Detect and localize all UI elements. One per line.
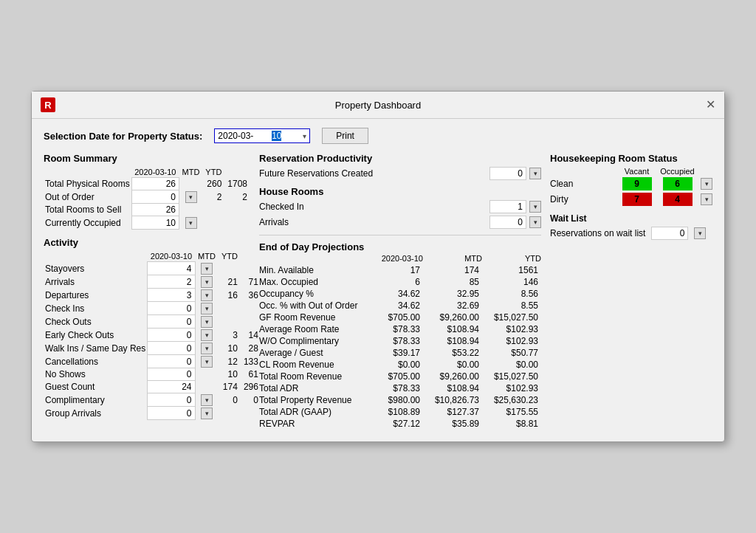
hk-row: Dirty 7 4 ▾ bbox=[550, 193, 712, 206]
proj-label: Total ADR (GAAP) bbox=[259, 407, 364, 417]
rs-dropdown[interactable]: ▾ bbox=[179, 190, 203, 204]
proj-row: Average Room Rate $78.33 $108.94 $102.93 bbox=[259, 323, 541, 335]
proj-row: Occ. % with Out of Order 34.62 32.69 8.5… bbox=[259, 300, 541, 312]
hk-occupied-cell: 4 bbox=[657, 193, 698, 206]
act-dropdown[interactable]: ▾ bbox=[195, 262, 219, 275]
act-dropdown[interactable]: ▾ bbox=[195, 342, 219, 355]
act-dd-btn[interactable]: ▾ bbox=[201, 289, 213, 301]
act-dd-btn[interactable]: ▾ bbox=[201, 329, 213, 341]
proj-mtd-val: 174 bbox=[423, 265, 482, 275]
act-mtd-val: 10 bbox=[219, 342, 241, 355]
act-dd-btn[interactable]: ▾ bbox=[201, 276, 213, 288]
waitlist-section: Wait List Reservations on wait list 0 ▾ bbox=[550, 213, 712, 240]
proj-row: Total Property Revenue $980.00 $10,826.7… bbox=[259, 394, 541, 406]
act-ytd-val bbox=[241, 262, 261, 275]
act-dd-btn[interactable]: ▾ bbox=[201, 303, 213, 314]
house-dd-btn[interactable]: ▾ bbox=[529, 216, 541, 228]
proj-day-val: $980.00 bbox=[364, 395, 423, 405]
act-dropdown[interactable]: ▾ bbox=[195, 393, 219, 407]
act-dd-btn[interactable]: ▾ bbox=[201, 316, 213, 328]
rs-day-val: 10 bbox=[131, 216, 179, 230]
hk-vacant-cell: 9 bbox=[616, 177, 657, 190]
act-dropdown[interactable]: ▾ bbox=[195, 407, 219, 420]
act-dropdown[interactable]: ▾ bbox=[195, 275, 219, 289]
proj-ytd-val: $15,027.50 bbox=[482, 312, 541, 323]
room-summary-body: Total Physical Rooms 26 260 1708 Out of … bbox=[44, 178, 250, 230]
end-of-day-title: End of Day Projections bbox=[259, 241, 541, 252]
act-ytd-col-header: YTD bbox=[219, 251, 241, 262]
house-value: 0 bbox=[489, 216, 526, 229]
end-of-day-section: End of Day Projections 2020-03-10 MTD YT… bbox=[259, 241, 541, 430]
date-input[interactable]: 2020-03-10 ▾ bbox=[214, 128, 310, 143]
proj-mtd-val: $108.94 bbox=[423, 383, 482, 393]
act-dropdown[interactable]: ▾ bbox=[195, 289, 219, 302]
proj-ytd-val: $8.81 bbox=[482, 419, 541, 429]
date-text: 2020-03- bbox=[218, 131, 253, 141]
act-mtd-val: 12 bbox=[219, 355, 241, 368]
house-dd-btn[interactable]: ▾ bbox=[529, 201, 541, 213]
rs-dd-btn[interactable]: ▾ bbox=[185, 217, 197, 229]
proj-ytd-val: 1561 bbox=[482, 265, 541, 275]
act-dd-btn[interactable]: ▾ bbox=[201, 263, 213, 275]
rs-dropdown[interactable]: ▾ bbox=[179, 216, 203, 230]
activity-title: Activity bbox=[44, 237, 250, 248]
rs-label: Total Physical Rooms bbox=[44, 178, 131, 190]
act-dropdown[interactable]: ▾ bbox=[195, 329, 219, 342]
act-ytd-val: 133 bbox=[241, 355, 261, 368]
proj-day-val: $78.33 bbox=[364, 383, 423, 393]
activity-row: Walk Ins / Same Day Res 0 ▾ 10 28 bbox=[44, 342, 261, 355]
proj-mtd-val: 85 bbox=[423, 277, 482, 287]
act-dropdown[interactable]: ▾ bbox=[195, 355, 219, 368]
activity-table: 2020-03-10 MTD YTD Stayovers 4 ▾ Arrival… bbox=[44, 251, 261, 420]
hk-dd-btn[interactable]: ▾ bbox=[701, 193, 712, 205]
act-dd-btn[interactable]: ▾ bbox=[201, 408, 213, 419]
house-rows: Checked In 1 ▾ Arrivals 0 ▾ bbox=[259, 200, 541, 229]
hk-row: Clean 9 6 ▾ bbox=[550, 177, 712, 190]
act-ytd-val: 61 bbox=[241, 368, 261, 381]
house-room-row: Checked In 1 ▾ bbox=[259, 200, 541, 213]
date-dropdown-arrow[interactable]: ▾ bbox=[303, 132, 306, 140]
act-ytd-val bbox=[241, 407, 261, 420]
act-dd-btn[interactable]: ▾ bbox=[201, 343, 213, 354]
room-summary-row: Total Physical Rooms 26 260 1708 bbox=[44, 178, 250, 190]
act-day-val: 0 bbox=[148, 315, 195, 329]
act-dropdown[interactable]: ▾ bbox=[195, 302, 219, 315]
act-dropdown[interactable]: ▾ bbox=[195, 315, 219, 329]
proj-day-val: $78.33 bbox=[364, 336, 423, 346]
proj-row: Average / Guest $39.17 $53.22 $50.77 bbox=[259, 347, 541, 359]
proj-day-val: $39.17 bbox=[364, 348, 423, 358]
selection-date-label: Selection Date for Property Status: bbox=[44, 131, 202, 142]
proj-ytd-val: $102.93 bbox=[482, 336, 541, 346]
act-label: Arrivals bbox=[44, 275, 148, 289]
activity-row: Group Arrivals 0 ▾ bbox=[44, 407, 261, 420]
act-dd-btn[interactable]: ▾ bbox=[201, 356, 213, 368]
room-summary-title: Room Summary bbox=[44, 153, 250, 164]
proj-mtd-val: $9,260.00 bbox=[423, 312, 482, 323]
rs-dd-btn[interactable]: ▾ bbox=[185, 191, 197, 203]
proj-day-val: 17 bbox=[364, 265, 423, 275]
act-label: Departures bbox=[44, 289, 148, 302]
room-summary-row: Currently Occupied 10 ▾ bbox=[44, 216, 250, 230]
act-day-val: 24 bbox=[148, 381, 195, 393]
rs-dropdown bbox=[179, 204, 203, 216]
act-ytd-val bbox=[241, 302, 261, 315]
act-dd-btn[interactable]: ▾ bbox=[201, 394, 213, 406]
rs-mtd-val: 260 bbox=[202, 178, 224, 190]
act-mtd-col-header: MTD bbox=[195, 251, 219, 262]
activity-row: Stayovers 4 ▾ bbox=[44, 262, 261, 275]
hk-label: Dirty bbox=[550, 194, 616, 204]
hk-dd-btn[interactable]: ▾ bbox=[701, 178, 712, 190]
act-mtd-val: 16 bbox=[219, 289, 241, 302]
titlebar-left: R bbox=[41, 97, 55, 112]
titlebar: R Property Dashboard ✕ bbox=[32, 92, 724, 119]
hk-rows: Clean 9 6 ▾ Dirty 7 4 ▾ bbox=[550, 177, 712, 206]
proj-ytd-val: $175.55 bbox=[482, 407, 541, 417]
proj-label: Total ADR bbox=[259, 383, 364, 393]
res-dd-btn[interactable]: ▾ bbox=[529, 168, 541, 179]
house-value: 1 bbox=[489, 200, 526, 213]
activity-row: Cancellations 0 ▾ 12 133 bbox=[44, 355, 261, 368]
close-button[interactable]: ✕ bbox=[706, 99, 715, 111]
waitlist-dropdown-btn[interactable]: ▾ bbox=[694, 227, 706, 239]
room-summary-row: Out of Order 0 ▾ 2 2 bbox=[44, 190, 250, 204]
print-button[interactable]: Print bbox=[322, 128, 368, 144]
